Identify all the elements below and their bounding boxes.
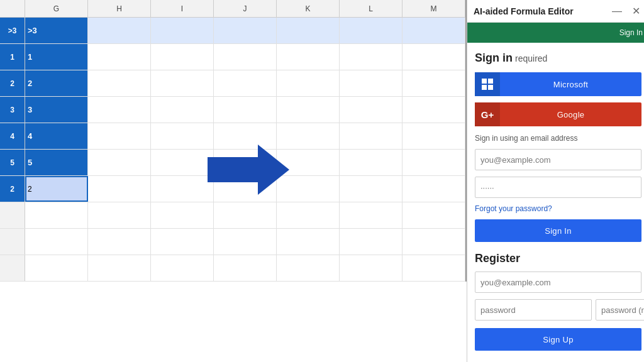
side-panel: AI-aided Formula Editor — ✕ Sign In Sign… bbox=[467, 0, 644, 362]
cell-l-2[interactable] bbox=[340, 70, 402, 96]
row-number bbox=[0, 229, 25, 255]
google-sign-in-button[interactable]: G+ Google bbox=[475, 102, 641, 126]
svg-marker-0 bbox=[208, 145, 289, 195]
cell-g-header[interactable]: >3 bbox=[25, 18, 88, 43]
row-number: 3 bbox=[0, 97, 25, 123]
cell-i-5[interactable] bbox=[151, 150, 214, 175]
col-header-h[interactable]: H bbox=[88, 0, 151, 18]
cell-g-2[interactable]: 2 bbox=[25, 70, 88, 96]
col-header-k[interactable]: K bbox=[277, 0, 340, 18]
cell-g-5[interactable]: 5 bbox=[25, 150, 88, 175]
sign-in-bold-label: Sign in bbox=[475, 52, 513, 65]
microsoft-sign-in-button[interactable]: Microsoft bbox=[475, 72, 641, 96]
row-number: 1 bbox=[0, 44, 25, 70]
col-header-l[interactable]: L bbox=[340, 0, 402, 18]
green-bar-text: Sign In bbox=[619, 28, 643, 37]
table-row bbox=[0, 255, 465, 282]
register-password-repeat-input[interactable] bbox=[596, 299, 644, 321]
cell-l-0[interactable] bbox=[340, 18, 402, 43]
panel-content: Sign in required Microsoft G+ Google bbox=[467, 43, 644, 359]
row-number: 2 bbox=[0, 176, 25, 202]
cell-l-6[interactable] bbox=[340, 176, 402, 202]
cell-m-2[interactable] bbox=[402, 70, 465, 96]
col-header-g[interactable]: G bbox=[25, 0, 88, 18]
cell-k-2[interactable] bbox=[277, 70, 340, 96]
panel-header: AI-aided Formula Editor — ✕ bbox=[467, 0, 644, 23]
col-header-m[interactable]: M bbox=[402, 0, 465, 18]
row-number: 5 bbox=[0, 150, 25, 175]
sign-in-button[interactable]: Sign In bbox=[475, 219, 641, 242]
cell-l-4[interactable] bbox=[340, 123, 402, 149]
cell-m-5[interactable] bbox=[402, 150, 465, 175]
table-row[interactable]: 1 1 bbox=[0, 44, 465, 70]
password-input[interactable] bbox=[475, 177, 641, 198]
windows-logo-icon bbox=[482, 79, 493, 90]
cell-l-3[interactable] bbox=[340, 97, 402, 123]
cell-k-1[interactable] bbox=[277, 44, 340, 70]
cell-i-2[interactable] bbox=[151, 70, 214, 96]
close-button[interactable]: ✕ bbox=[630, 4, 643, 18]
password-row bbox=[475, 299, 641, 321]
cell-j-2[interactable] bbox=[214, 70, 277, 96]
row-num-spacer bbox=[0, 0, 25, 17]
google-icon: G+ bbox=[475, 102, 500, 126]
cell-k-3[interactable] bbox=[277, 97, 340, 123]
cell-i-3[interactable] bbox=[151, 97, 214, 123]
cell-l-1[interactable] bbox=[340, 44, 402, 70]
cell-k-0[interactable] bbox=[277, 18, 340, 43]
register-password-input[interactable] bbox=[475, 299, 592, 321]
cell-i-0[interactable] bbox=[151, 18, 214, 43]
forgot-password-link[interactable]: Forgot your password? bbox=[475, 204, 641, 213]
right-arrow-icon bbox=[208, 145, 289, 197]
cell-g-6[interactable]: 2 bbox=[25, 176, 88, 202]
minimize-button[interactable]: — bbox=[609, 4, 625, 18]
cell-g-1[interactable]: 1 bbox=[25, 44, 88, 70]
cell-m-4[interactable] bbox=[402, 123, 465, 149]
table-row bbox=[0, 202, 465, 229]
table-row bbox=[0, 229, 465, 255]
col-header-j[interactable]: J bbox=[214, 0, 277, 18]
register-heading: Register bbox=[475, 252, 641, 265]
cell-i-6[interactable] bbox=[151, 176, 214, 202]
cell-g-3[interactable]: 3 bbox=[25, 97, 88, 123]
cell-m-3[interactable] bbox=[402, 97, 465, 123]
google-plus-icon: G+ bbox=[481, 109, 494, 120]
cell-h-5[interactable] bbox=[88, 150, 151, 175]
microsoft-icon bbox=[475, 72, 500, 96]
row-number: 2 bbox=[0, 70, 25, 96]
cell-l-5[interactable] bbox=[340, 150, 402, 175]
column-headers: G H I J K L M bbox=[0, 0, 465, 18]
register-email-input[interactable] bbox=[475, 272, 641, 293]
cell-h-4[interactable] bbox=[88, 123, 151, 149]
cell-m-6[interactable] bbox=[402, 176, 465, 202]
sign-in-heading: Sign in required bbox=[475, 52, 641, 65]
panel-title: AI-aided Formula Editor bbox=[474, 6, 574, 16]
cell-m-0[interactable] bbox=[402, 18, 465, 43]
cell-j-0[interactable] bbox=[214, 18, 277, 43]
cell-g-4[interactable]: 4 bbox=[25, 123, 88, 149]
table-row[interactable]: 2 2 bbox=[0, 70, 465, 97]
cell-h-0[interactable] bbox=[88, 18, 151, 43]
cell-h-2[interactable] bbox=[88, 70, 151, 96]
green-status-bar: Sign In bbox=[467, 23, 644, 43]
table-row[interactable]: 3 3 bbox=[0, 97, 465, 123]
cell-i-1[interactable] bbox=[151, 44, 214, 70]
cell-m-1[interactable] bbox=[402, 44, 465, 70]
cell-h-3[interactable] bbox=[88, 97, 151, 123]
sign-in-light-label: required bbox=[515, 53, 547, 63]
row-number bbox=[0, 255, 25, 281]
cell-h-1[interactable] bbox=[88, 44, 151, 70]
email-input[interactable] bbox=[475, 149, 641, 170]
sign-up-button[interactable]: Sign Up bbox=[475, 328, 641, 351]
row-number: >3 bbox=[0, 18, 25, 43]
table-row[interactable]: >3 >3 bbox=[0, 18, 465, 44]
email-section-label: Sign in using an email address bbox=[475, 134, 641, 143]
microsoft-button-label: Microsoft bbox=[500, 80, 641, 89]
cell-j-3[interactable] bbox=[214, 97, 277, 123]
cell-h-6[interactable] bbox=[88, 176, 151, 202]
cell-j-1[interactable] bbox=[214, 44, 277, 70]
col-header-i[interactable]: I bbox=[151, 0, 214, 18]
row-number bbox=[0, 202, 25, 228]
row-number: 4 bbox=[0, 123, 25, 149]
cell-i-4[interactable] bbox=[151, 123, 214, 149]
